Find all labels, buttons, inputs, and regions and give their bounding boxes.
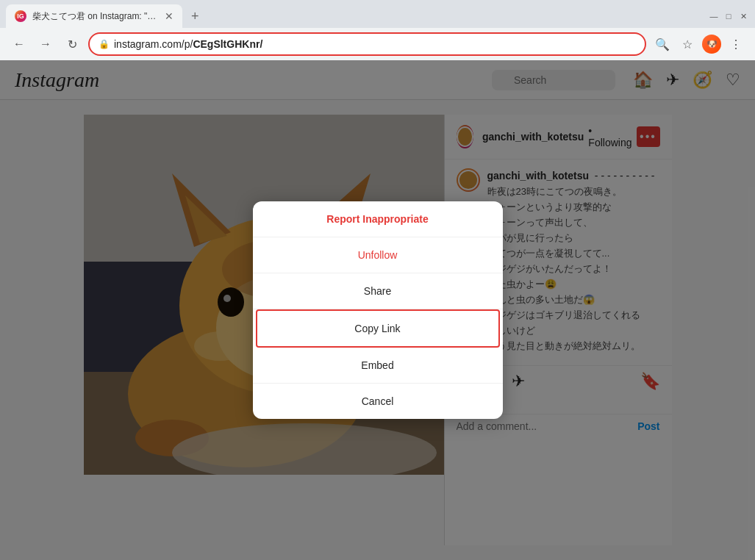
forward-button[interactable]: → — [35, 34, 56, 54]
toolbar-actions: 🔍 ☆ 🐶 ⋮ — [652, 34, 746, 54]
tab-title: 柴犬こてつ君 on Instagram: "- - - × — [32, 10, 159, 23]
browser-toolbar: ← → ↻ 🔒 instagram.com/p/CEgSltGHKnr/ 🔍 ☆… — [0, 28, 755, 60]
report-inappropriate-item[interactable]: Report Inappropriate — [253, 201, 503, 237]
maximize-button[interactable]: □ — [723, 10, 734, 22]
cancel-item[interactable]: Cancel — [253, 384, 503, 419]
lock-icon: 🔒 — [99, 39, 110, 49]
close-button[interactable]: ✕ — [737, 10, 749, 22]
new-tab-button[interactable]: + — [188, 6, 202, 27]
modal-overlay: Report Inappropriate Unfollow Share Copy… — [0, 60, 755, 560]
window-controls: — □ ✕ — [708, 10, 749, 22]
back-button[interactable]: ← — [9, 34, 29, 54]
search-toolbar-button[interactable]: 🔍 — [652, 34, 673, 54]
copy-link-item[interactable]: Copy Link — [256, 309, 500, 348]
tab-favicon: IG — [15, 10, 26, 22]
refresh-button[interactable]: ↻ — [62, 34, 82, 54]
profile-avatar[interactable]: 🐶 — [702, 35, 721, 54]
unfollow-item[interactable]: Unfollow — [253, 237, 503, 273]
embed-item[interactable]: Embed — [253, 348, 503, 384]
close-tab-icon[interactable]: ✕ — [165, 10, 173, 22]
browser-chrome: IG 柴犬こてつ君 on Instagram: "- - - × ✕ + — □… — [0, 0, 755, 60]
address-bar[interactable]: 🔒 instagram.com/p/CEgSltGHKnr/ — [88, 32, 646, 56]
share-item[interactable]: Share — [253, 273, 503, 309]
tab-bar: IG 柴犬こてつ君 on Instagram: "- - - × ✕ + — □… — [0, 0, 755, 28]
instagram-app: Instagram 🔍 🏠 ✈ 🧭 ♡ — [0, 60, 755, 560]
active-tab[interactable]: IG 柴犬こてつ君 on Instagram: "- - - × ✕ — [6, 4, 182, 28]
browser-menu-button[interactable]: ⋮ — [726, 34, 746, 54]
minimize-button[interactable]: — — [708, 10, 720, 22]
modal-dialog: Report Inappropriate Unfollow Share Copy… — [253, 201, 503, 419]
url-display: instagram.com/p/CEgSltGHKnr/ — [114, 38, 636, 50]
bookmark-star-button[interactable]: ☆ — [677, 34, 698, 54]
